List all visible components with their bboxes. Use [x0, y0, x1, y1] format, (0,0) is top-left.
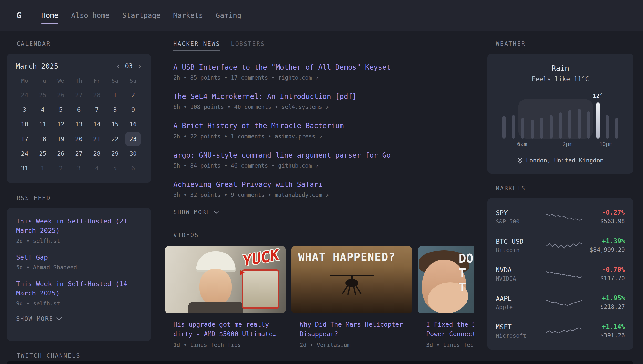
calendar-day[interactable]: 9: [126, 103, 141, 116]
calendar-day[interactable]: 1: [35, 162, 50, 175]
calendar-day[interactable]: 27: [71, 147, 87, 160]
market-symbol: AAPL: [496, 295, 545, 302]
overlay-line: DO: [459, 251, 473, 266]
calendar-day[interactable]: 8: [107, 103, 123, 116]
video-thumbnail[interactable]: DOTT: [418, 246, 474, 314]
market-row-aapl[interactable]: AAPLApple+1.95%$218.27: [496, 288, 625, 317]
calendar-day[interactable]: 18: [35, 132, 50, 146]
weather-widget: Rain Feels like 11°C 12° 6am2pm10pm Lond…: [487, 54, 633, 174]
calendar-day[interactable]: 3: [71, 162, 87, 175]
calendar-day[interactable]: 17: [17, 132, 32, 146]
calendar-day[interactable]: 7: [89, 103, 105, 116]
calendar-day[interactable]: 13: [71, 118, 87, 131]
calendar-prev-icon[interactable]: ‹: [116, 62, 121, 70]
sparkline-graphic: [546, 324, 582, 338]
calendar-day[interactable]: 25: [35, 147, 50, 160]
video-title[interactable]: I Fixed the 5Power Connect: [426, 320, 474, 339]
rss-item: Self Gap5d • Ahmad Shadeed: [16, 253, 142, 270]
video-thumbnail[interactable]: YUCK➤: [165, 246, 286, 314]
news-item-title[interactable]: The SeL4 Microkernel: An Introduction [p…: [173, 92, 474, 102]
market-right: -0.27%$563.98: [583, 209, 625, 225]
market-sparkline: [545, 210, 583, 224]
video-title[interactable]: His upgrade got me reallydirty - AMD $50…: [173, 320, 286, 339]
news-item-title[interactable]: Achieving Great Privacy with Safari: [173, 180, 474, 190]
market-change: +1.39%: [583, 238, 625, 245]
rss-widget: This Week in Self-Hosted (21 March 2025)…: [7, 208, 151, 341]
temperature-bar: [521, 118, 524, 138]
calendar-day[interactable]: 5: [53, 103, 68, 116]
calendar-day[interactable]: 5: [107, 162, 123, 175]
market-sparkline: [545, 324, 583, 338]
news-show-more-button[interactable]: SHOW MORE: [173, 209, 474, 216]
news-item: Achieving Great Privacy with Safari3h • …: [173, 180, 474, 198]
calendar-day[interactable]: 24: [17, 147, 32, 160]
calendar-day[interactable]: 26: [53, 147, 68, 160]
temperature-bar: [577, 109, 581, 138]
calendar-day[interactable]: 29: [107, 147, 123, 160]
market-right: +1.39%$84,999.29: [583, 238, 625, 253]
weather-bar-cell: [509, 94, 518, 138]
nav-tab-startpage[interactable]: Startpage: [122, 11, 160, 20]
calendar-day[interactable]: 24: [17, 88, 32, 102]
calendar-day[interactable]: 30: [126, 147, 141, 160]
calendar-day[interactable]: 3: [17, 103, 32, 116]
calendar-day[interactable]: 14: [89, 118, 105, 131]
calendar-day[interactable]: 20: [71, 132, 87, 146]
rss-item-title[interactable]: Self Gap: [16, 253, 142, 262]
tab-lobsters[interactable]: LOBSTERS: [231, 40, 265, 50]
show-more-label: SHOW MORE: [16, 316, 54, 322]
calendar-day[interactable]: 4: [89, 162, 105, 175]
calendar-day[interactable]: 15: [107, 118, 123, 131]
calendar-day[interactable]: 25: [35, 88, 50, 102]
market-row-msft[interactable]: MSFTMicrosoft+1.14%$391.26: [496, 317, 625, 345]
calendar-day[interactable]: 12: [53, 118, 68, 131]
calendar-day[interactable]: 6: [126, 162, 141, 175]
calendar-day[interactable]: 28: [89, 147, 105, 160]
calendar-day-selected[interactable]: 23: [126, 132, 141, 146]
video-card: YUCK➤His upgrade got me reallydirty - AM…: [165, 246, 286, 348]
time-label: 6am: [517, 141, 527, 147]
rss-show-more-button[interactable]: SHOW MORE: [16, 316, 142, 322]
weekday-label: Mo: [16, 76, 34, 88]
market-left: NVDANVIDIA: [496, 266, 545, 282]
face-graphic: [199, 269, 232, 305]
calendar-day[interactable]: 2: [126, 88, 141, 102]
news-item-title[interactable]: A USB Interface to the "Mother of All De…: [173, 62, 474, 72]
market-row-nvda[interactable]: NVDANVIDIA-0.70%$117.70: [496, 260, 625, 288]
calendar-day[interactable]: 21: [89, 132, 105, 146]
calendar-day[interactable]: 28: [89, 88, 105, 102]
app-logo[interactable]: G: [16, 10, 21, 20]
calendar-day[interactable]: 22: [107, 132, 123, 146]
calendar-day[interactable]: 4: [35, 103, 50, 116]
calendar-day[interactable]: 2: [53, 162, 68, 175]
calendar-day[interactable]: 11: [35, 118, 50, 131]
rss-item-title[interactable]: This Week in Self-Hosted (14 March 2025): [16, 279, 142, 298]
calendar-day[interactable]: 16: [126, 118, 141, 131]
markets-section-label: MARKETS: [496, 185, 633, 192]
calendar-day[interactable]: 27: [71, 88, 87, 102]
calendar-day[interactable]: 6: [71, 103, 87, 116]
market-row-btc-usd[interactable]: BTC-USDBitcoin+1.39%$84,999.29: [496, 231, 625, 260]
calendar-day[interactable]: 19: [53, 132, 68, 146]
video-title[interactable]: Why Did The Mars HelicopterDisappear?: [300, 320, 412, 339]
nav-tab-gaming[interactable]: Gaming: [216, 11, 241, 20]
calendar-day[interactable]: 26: [53, 88, 68, 102]
video-thumbnail[interactable]: WHAT HAPPENED?: [291, 246, 412, 314]
calendar-day[interactable]: 1: [107, 88, 123, 102]
nav-tab-home[interactable]: Home: [41, 11, 58, 20]
dashboard-columns: CALENDAR March 2025 ‹ 03 › MoTuWeThFrSaS…: [0, 31, 643, 359]
tab-hacker-news[interactable]: HACKER NEWS: [173, 40, 220, 51]
market-row-spy[interactable]: SPYS&P 500-0.27%$563.98: [496, 202, 625, 231]
calendar-next-icon[interactable]: ›: [137, 62, 142, 70]
rss-item-title[interactable]: This Week in Self-Hosted (21 March 2025): [16, 217, 142, 236]
dashboard-page: G HomeAlso homeStartpageMarketsGaming CA…: [0, 0, 643, 364]
news-item-title[interactable]: A Brief History of the Miracle Bacterium: [173, 121, 474, 131]
nav-tab-markets[interactable]: Markets: [173, 11, 203, 20]
nav-tab-also-home[interactable]: Also home: [71, 11, 109, 20]
calendar-day[interactable]: 31: [17, 162, 32, 175]
news-item-title[interactable]: argp: GNU-style command line argument pa…: [173, 150, 474, 160]
rss-item-meta: 5d • Ahmad Shadeed: [16, 264, 142, 270]
calendar-day[interactable]: 10: [17, 118, 32, 131]
weather-chart: 12°: [499, 94, 621, 138]
thumbnail-overlay-text: YUCK: [241, 246, 280, 270]
